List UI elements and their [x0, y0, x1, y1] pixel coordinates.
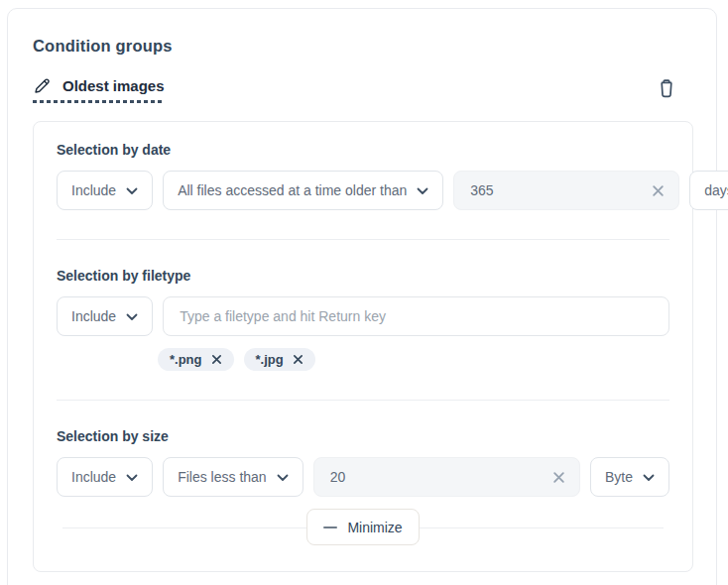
filetype-include-value: Include [71, 308, 116, 324]
chevron-down-icon [126, 474, 138, 482]
date-value-field [453, 171, 679, 210]
section-divider [57, 400, 669, 401]
filetype-tags-row: *.png *.jpg [158, 348, 669, 371]
group-header: Oldest images [33, 76, 691, 104]
filetype-controls-row: Include [57, 296, 669, 336]
date-unit-value: days [704, 182, 728, 198]
size-value-field [313, 457, 580, 497]
size-value-input[interactable] [330, 469, 550, 485]
date-include-dropdown[interactable]: Include [57, 171, 153, 210]
size-controls-row: Include Files less than [57, 457, 669, 497]
section-label-size: Selection by size [57, 428, 669, 444]
x-icon [652, 184, 665, 197]
filetype-input[interactable] [180, 308, 653, 324]
filetype-include-dropdown[interactable]: Include [57, 296, 153, 336]
size-clear-button[interactable] [550, 469, 567, 486]
page-title: Condition groups [33, 37, 691, 56]
pencil-icon [33, 76, 52, 95]
chevron-down-icon [643, 474, 655, 482]
condition-groups-card: Condition groups Oldest images [7, 8, 717, 585]
size-unit-value: Byte [605, 469, 633, 485]
remove-tag-button[interactable] [211, 354, 222, 365]
date-unit-dropdown[interactable]: days [689, 171, 728, 210]
minimize-row: Minimize [57, 509, 669, 545]
chevron-down-icon [417, 187, 428, 195]
size-condition-value: Files less than [178, 469, 266, 485]
tag-label: *.png [170, 352, 202, 367]
section-divider [57, 239, 669, 240]
x-icon [211, 354, 222, 365]
date-include-value: Include [71, 182, 116, 198]
minimize-label: Minimize [347, 520, 402, 535]
trash-icon [658, 78, 675, 99]
dotted-underline [33, 100, 165, 103]
date-condition-dropdown[interactable]: All files accessed at a time older than [163, 171, 443, 210]
section-label-filetype: Selection by filetype [57, 268, 669, 284]
date-value-input[interactable] [470, 182, 650, 198]
delete-group-button[interactable] [656, 76, 677, 104]
x-icon [552, 471, 565, 484]
x-icon [293, 354, 303, 365]
size-include-value: Include [71, 469, 116, 485]
minus-icon [323, 521, 337, 534]
date-controls-row: Include All files accessed at a time old… [57, 171, 669, 210]
size-condition-dropdown[interactable]: Files less than [163, 457, 303, 497]
filetype-tag: *.png [158, 348, 234, 371]
section-label-date: Selection by date [57, 142, 669, 158]
group-name-label: Oldest images [62, 77, 165, 94]
date-condition-value: All files accessed at a time older than [178, 182, 407, 198]
size-unit-dropdown[interactable]: Byte [590, 457, 669, 497]
minimize-button[interactable]: Minimize [306, 509, 419, 545]
chevron-down-icon [126, 187, 138, 195]
tag-label: *.jpg [256, 352, 284, 367]
group-name-editable[interactable]: Oldest images [33, 76, 165, 103]
chevron-down-icon [277, 474, 289, 482]
date-clear-button[interactable] [650, 182, 667, 199]
size-include-dropdown[interactable]: Include [57, 457, 153, 497]
condition-group-panel: Selection by date Include All files acce… [33, 121, 693, 572]
chevron-down-icon [126, 313, 138, 321]
filetype-input-field [163, 296, 669, 336]
filetype-tag: *.jpg [244, 348, 315, 371]
remove-tag-button[interactable] [293, 354, 303, 365]
